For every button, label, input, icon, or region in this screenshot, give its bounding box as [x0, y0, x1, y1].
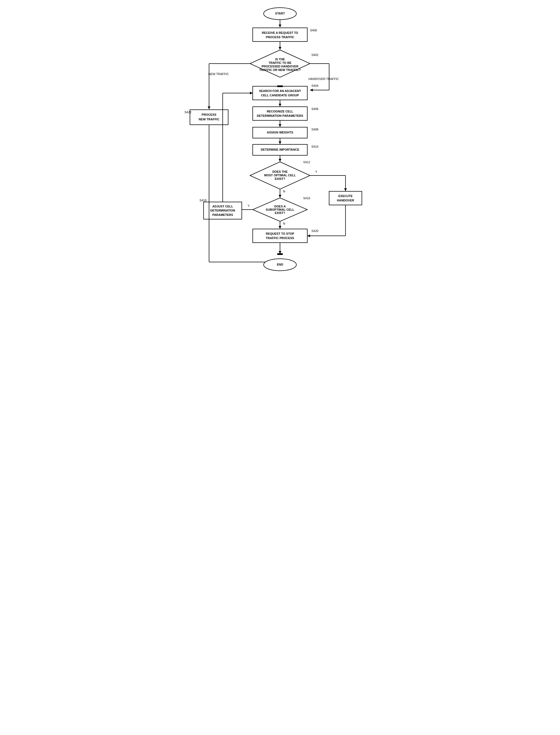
s406-step: S406: [311, 107, 318, 111]
s422-line1: PROCESS: [202, 113, 216, 116]
s416-n-label: N: [283, 222, 285, 225]
s414-line1: EXECUTE: [338, 194, 353, 198]
s420-line1: REQUEST TO STOP: [266, 232, 294, 235]
svg-marker-30: [344, 188, 347, 191]
s402-line2: TRAFFIC TO BE: [269, 61, 291, 64]
s404-line1: SEARCH FOR AN ADJACENT: [259, 89, 301, 93]
s400-line1: RECEIVE A REQUEST TO: [262, 31, 298, 34]
new-traffic-label: NEW TRAFFIC: [208, 72, 229, 76]
s400-line2: PROCESS TRAFFIC: [266, 35, 294, 39]
svg-marker-33: [279, 195, 281, 198]
s408-label: ASSIGN WEIGHTS: [267, 131, 293, 134]
svg-marker-2: [279, 25, 281, 27]
s418-line2: DETERMINATION: [210, 209, 235, 212]
end-label: END: [277, 263, 283, 266]
svg-rect-31: [329, 191, 362, 205]
svg-rect-53: [277, 253, 283, 255]
s412-step: S412: [303, 160, 310, 164]
s412-line2: MOST OPTIMAL CELL: [264, 174, 296, 177]
s416-step: S416: [303, 197, 310, 200]
s420-line2: TRAFFIC PROCESS: [266, 236, 294, 240]
svg-marker-46: [307, 234, 310, 237]
svg-marker-17: [279, 104, 281, 106]
s412-line1: DOES THE: [272, 170, 288, 173]
svg-marker-42: [279, 226, 281, 229]
s416-line1: DOES A: [274, 205, 286, 208]
svg-marker-23: [279, 141, 281, 144]
svg-rect-15: [253, 86, 307, 100]
s410-label: DETERMINE IMPORTANCE: [261, 148, 299, 151]
s402-line1: IS THE: [275, 58, 285, 61]
s422-step: S422: [184, 111, 192, 114]
start-label: START: [275, 12, 285, 15]
svg-marker-10: [310, 89, 313, 91]
svg-marker-5: [279, 47, 281, 50]
s414-line2: HANDOVER: [337, 199, 354, 202]
s402-step: S402: [311, 53, 318, 56]
svg-rect-54: [277, 85, 283, 87]
s404-line2: CELL CANDIDATE GROUP: [261, 94, 299, 97]
svg-marker-13: [208, 106, 210, 109]
s400-step: S400: [310, 29, 317, 32]
s416-line2: SUBOPTIMAL CELL: [266, 208, 294, 211]
s406-line2: DETERMINATION PARAMETERS: [257, 114, 303, 117]
svg-rect-18: [253, 107, 307, 120]
s412-y-label: Y: [315, 170, 317, 173]
svg-marker-26: [279, 159, 281, 162]
svg-marker-40: [250, 92, 253, 94]
flowchart-diagram: START S400 RECEIVE A REQUEST TO PROCESS …: [176, 5, 384, 278]
s418-line3: PARAMETERS: [212, 213, 233, 216]
s416-y-label: Y: [248, 204, 250, 207]
svg-rect-3: [253, 28, 307, 41]
s422-line2: NEW TRAFFIC: [199, 118, 219, 121]
s404-step: S404: [311, 84, 318, 87]
s406-line1: RECOGNIZE CELL: [267, 110, 293, 113]
s420-step: S420: [311, 229, 318, 233]
s408-step: S408: [311, 128, 318, 131]
s418-step: S418: [199, 199, 207, 202]
s412-line3: EXIST?: [275, 177, 285, 180]
svg-marker-20: [279, 124, 281, 127]
handover-traffic-label: HANDOVER TRAFFIC: [308, 77, 339, 81]
s418-line1: ADJUST CELL: [212, 205, 233, 208]
s410-step: S410: [311, 145, 318, 148]
svg-rect-43: [253, 229, 307, 243]
s402-line3: PROCESSED HANDOVER: [261, 65, 298, 68]
s416-line3: EXIST?: [275, 211, 285, 215]
s402-line4: TRAFFIC OR NEW TRAFFIC?: [259, 68, 301, 72]
s412-n-label: N: [283, 190, 285, 193]
